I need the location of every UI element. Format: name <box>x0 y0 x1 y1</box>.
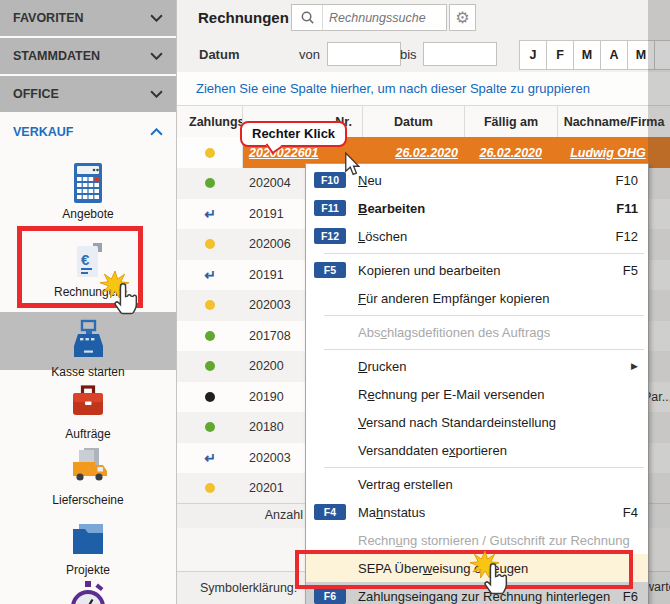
payment-status-icon <box>177 239 243 249</box>
sidebar-section-label: VERKAUF <box>13 125 73 139</box>
chevron-down-icon <box>150 52 163 60</box>
menu-item-versand-nach-standardeinstellung[interactable]: Versand nach Standardeinstellung <box>306 408 648 436</box>
sidebar-item-angebote[interactable]: Angebote <box>0 160 176 221</box>
month-filter-button[interactable]: M <box>573 40 601 70</box>
status-dot-green <box>205 361 215 371</box>
menu-item-shortcut: F6 <box>615 589 638 604</box>
invoice-number: 202003 <box>249 451 291 465</box>
briefcase-icon <box>65 380 111 426</box>
payment-status-icon: ↵ <box>177 270 243 280</box>
column-header-2[interactable]: Datum <box>363 106 465 137</box>
top-bar: Rechnungen ⚙ <box>177 0 670 37</box>
invoice-number: 202003 <box>249 298 291 312</box>
menu-item-label: Bearbeiten <box>358 201 425 216</box>
payment-status-icon <box>177 137 243 168</box>
menu-item-shortcut: F11 <box>608 201 638 216</box>
sidebar-section-label: STAMMDATEN <box>13 49 100 63</box>
payment-status-icon <box>177 300 243 310</box>
menu-item-drucken[interactable]: Drucken ▶ <box>306 352 648 380</box>
sidebar-item-lieferscheine[interactable]: Lieferscheine <box>0 446 176 507</box>
sidebar-section-office[interactable]: OFFICE <box>0 76 176 112</box>
return-arrow-icon: ↵ <box>204 270 216 280</box>
status-dot-green <box>205 422 215 432</box>
menu-item-löschen[interactable]: F12 Löschen F12 <box>306 222 648 250</box>
invoice-number: 20191 <box>249 207 284 221</box>
cash-register-icon <box>65 318 111 364</box>
return-arrow-icon: ↵ <box>204 453 216 463</box>
menu-item-rechnung-per-e-mail-versenden[interactable]: Rechnung per E-Mail versenden <box>306 380 648 408</box>
chevron-up-icon <box>150 128 163 136</box>
payment-status-icon <box>177 422 243 432</box>
sidebar-item-auftraege[interactable]: Aufträge <box>0 380 176 441</box>
month-filter-row: JFMAM <box>520 40 670 70</box>
menu-item-label: Versanddaten exportieren <box>358 443 507 458</box>
shortcut-badge: F6 <box>314 588 346 604</box>
menu-item-shortcut: F5 <box>615 263 638 278</box>
legend-label: Symbolerklärung: <box>200 581 297 595</box>
datum-label: Datum <box>199 47 239 62</box>
month-filter-button[interactable]: J <box>519 40 547 70</box>
column-header-3[interactable]: Fällig am <box>465 106 558 137</box>
folder-icon <box>65 516 111 562</box>
month-filter-button[interactable]: F <box>546 40 574 70</box>
group-by-hint[interactable]: Ziehen Sie eine Spalte hierher, um nach … <box>177 72 670 106</box>
sidebar-item-label: Angebote <box>62 207 113 221</box>
sidebar-section-verkauf[interactable]: VERKAUF <box>0 114 176 150</box>
invoice-due-date: 26.02.2020 <box>465 146 542 160</box>
month-filter-button[interactable]: A <box>600 40 628 70</box>
menu-item-label: Zahlungseingang zur Rechnung hinterlegen <box>358 589 610 604</box>
payment-status-icon: ↵ <box>177 209 243 219</box>
invoice-number: 201708 <box>249 329 291 343</box>
sidebar-item-label: Aufträge <box>65 427 110 441</box>
gear-icon[interactable]: ⚙ <box>449 4 476 31</box>
invoice-number: 202006 <box>249 237 291 251</box>
month-filter-button[interactable] <box>654 40 670 70</box>
chevron-down-icon <box>150 90 163 98</box>
invoice-number: 20200 <box>249 359 284 373</box>
cash-register-icon <box>65 318 111 364</box>
menu-item-vertrag-erstellen[interactable]: Vertrag erstellen <box>306 470 648 498</box>
shortcut-badge: F10 <box>314 172 346 188</box>
payment-status-icon <box>177 361 243 371</box>
bis-label: bis <box>400 47 417 62</box>
invoice-customer-name: Ludwig OHG <box>558 146 658 160</box>
payment-status-icon: ↵ <box>177 453 243 463</box>
month-filter-button[interactable]: M <box>627 40 655 70</box>
submenu-arrow-icon: ▶ <box>623 361 638 371</box>
search-box[interactable] <box>291 4 447 31</box>
date-from-input[interactable] <box>327 42 401 66</box>
menu-item-versanddaten-exportieren[interactable]: Versanddaten exportieren <box>306 436 648 464</box>
sidebar-item-label: Lieferscheine <box>52 493 123 507</box>
menu-item-für-anderen-empfänger-kopieren[interactable]: Für anderen Empfänger kopieren <box>306 284 648 312</box>
column-header-4[interactable]: Nachname/Firma <box>558 106 670 137</box>
menu-item-label: Vertrag erstellen <box>358 477 453 492</box>
invoice-number: 20201 <box>249 481 284 495</box>
menu-item-label: Mahnstatus <box>358 505 425 520</box>
sidebar-section-favoriten[interactable]: FAVORITEN <box>0 0 176 36</box>
briefcase-icon <box>65 380 111 426</box>
payment-status-icon <box>177 392 243 402</box>
invoice-number: 20180 <box>249 420 284 434</box>
sidebar-item-projekte[interactable]: Projekte <box>0 516 176 577</box>
payment-status-icon <box>177 483 243 493</box>
sidebar-section-stammdaten[interactable]: STAMMDATEN <box>0 38 176 74</box>
menu-item-label: Kopieren und bearbeiten <box>358 263 500 278</box>
sidebar-item-zeiterfassung[interactable] <box>0 580 176 604</box>
date-to-input[interactable] <box>423 42 497 66</box>
menu-item-neu[interactable]: F10 Neu F10 <box>306 166 648 194</box>
search-icon <box>292 5 323 30</box>
highlight-box-sepa <box>295 550 633 589</box>
column-header-0[interactable]: Zahlungs <box>177 106 243 137</box>
status-dot-yellow <box>205 483 215 493</box>
sidebar-item-kasse-starten[interactable]: Kasse starten <box>0 318 176 379</box>
status-dot-yellow <box>205 239 215 249</box>
invoice-number: 2020022601 <box>249 146 319 160</box>
menu-item-mahnstatus[interactable]: F4 Mahnstatus F4 <box>306 498 648 526</box>
search-input[interactable] <box>323 11 446 25</box>
menu-item-bearbeiten[interactable]: F11 Bearbeiten F11 <box>306 194 648 222</box>
sidebar-item-label: Projekte <box>66 563 110 577</box>
invoice-number: 20190 <box>249 390 284 404</box>
folder-icon <box>65 516 111 562</box>
menu-item-kopieren-und-bearbeiten[interactable]: F5 Kopieren und bearbeiten F5 <box>306 256 648 284</box>
menu-item-label: Versand nach Standardeinstellung <box>358 415 556 430</box>
